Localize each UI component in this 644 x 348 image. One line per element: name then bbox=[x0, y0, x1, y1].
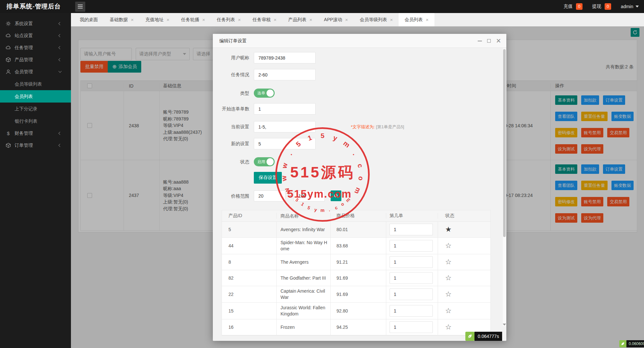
product-status-cell: ☆ bbox=[438, 303, 491, 319]
order-number-input[interactable] bbox=[390, 305, 433, 317]
order-number-input[interactable] bbox=[390, 288, 433, 300]
sidebar-subitem-上下分记录[interactable]: 上下分记录 bbox=[0, 103, 71, 115]
scrollbar-down-arrow[interactable] bbox=[503, 324, 506, 326]
price-max-input[interactable] bbox=[294, 190, 325, 202]
price-min-input[interactable] bbox=[254, 190, 285, 202]
star-outline-icon[interactable]: ☆ bbox=[445, 307, 452, 315]
render-time-badge[interactable]: 0.064777s bbox=[465, 332, 502, 341]
render-time-text-2: 0.060600 bbox=[626, 340, 644, 347]
username: admin bbox=[621, 4, 633, 9]
order-number-input[interactable] bbox=[390, 240, 433, 252]
save-settings-button[interactable]: 保存设置 bbox=[254, 172, 282, 184]
sidebar-item-任务管理[interactable]: 任务管理 bbox=[0, 42, 71, 54]
sidebar-subitem-会员列表[interactable]: 会员列表 bbox=[0, 90, 71, 103]
tab-label: 基础数据 bbox=[110, 17, 128, 23]
price-range-label: 价格范围 bbox=[213, 193, 249, 199]
order-number-input[interactable] bbox=[390, 256, 433, 268]
product-id: 22 bbox=[222, 286, 277, 302]
tab-close-icon[interactable]: × bbox=[167, 17, 170, 22]
nickname-input[interactable] bbox=[254, 52, 316, 63]
product-row: 82The Godfather: Part III91.69☆ bbox=[222, 270, 490, 286]
tab-close-icon[interactable]: × bbox=[274, 17, 277, 22]
minimize-icon[interactable] bbox=[478, 41, 482, 41]
render-time-badge-2[interactable]: 0.060600 bbox=[619, 340, 644, 347]
sidebar-subitem-会员等级列表[interactable]: 会员等级列表 bbox=[0, 78, 71, 90]
product-name: The Godfather: Part III bbox=[277, 270, 331, 286]
start-count-input[interactable] bbox=[254, 103, 316, 115]
close-icon[interactable]: ✕ bbox=[496, 38, 501, 44]
sidebar-item-订单管理[interactable]: 订单管理 bbox=[0, 139, 71, 151]
tab-close-icon[interactable]: × bbox=[309, 17, 312, 22]
product-header-第几单: 第几单 bbox=[386, 213, 438, 219]
order-number-input[interactable] bbox=[390, 321, 433, 333]
sidebar-item-产品管理[interactable]: 产品管理 bbox=[0, 54, 71, 66]
product-price: 94.25 bbox=[331, 319, 386, 335]
tab-close-icon[interactable]: × bbox=[390, 17, 393, 22]
product-id: 82 bbox=[222, 270, 277, 286]
order-number-input[interactable] bbox=[390, 272, 433, 284]
star-outline-icon[interactable]: ☆ bbox=[445, 242, 452, 250]
tab-label: 产品列表 bbox=[288, 17, 307, 23]
tab-基础数据[interactable]: 基础数据× bbox=[104, 13, 140, 26]
product-id: 16 bbox=[222, 319, 277, 335]
star-outline-icon[interactable]: ☆ bbox=[445, 274, 452, 282]
tab-close-icon[interactable]: × bbox=[238, 17, 241, 22]
scrollbar-thumb[interactable] bbox=[503, 49, 506, 237]
tab-会员等级列表[interactable]: 会员等级列表× bbox=[354, 13, 399, 26]
tab-APP滚动[interactable]: APP滚动× bbox=[318, 13, 354, 26]
type-toggle-label: 连单 bbox=[257, 89, 265, 98]
cloud-icon bbox=[6, 45, 11, 50]
status-toggle[interactable]: 启用 bbox=[254, 157, 275, 166]
new-setting-input[interactable] bbox=[254, 138, 316, 149]
watermark-arc-letter: w bbox=[281, 162, 289, 169]
product-id: 44 bbox=[222, 238, 277, 254]
toggle-knob bbox=[267, 90, 274, 97]
product-header-商品名称: 商品名称 bbox=[277, 213, 331, 219]
tab-充值地址[interactable]: 充值地址× bbox=[140, 13, 175, 26]
tab-任务审核[interactable]: 任务审核× bbox=[247, 13, 282, 26]
tab-close-icon[interactable]: × bbox=[131, 17, 134, 22]
product-name: Jurassic World: Fallen Kingdom bbox=[277, 303, 331, 319]
tab-close-icon[interactable]: × bbox=[202, 17, 205, 22]
star-filled-icon[interactable]: ★ bbox=[445, 225, 452, 234]
tab-会员列表[interactable]: 会员列表× bbox=[399, 13, 434, 26]
star-outline-icon[interactable]: ☆ bbox=[445, 258, 452, 266]
sidebar-item-系统设置[interactable]: 系统设置 bbox=[0, 18, 71, 30]
watermark-arc-letter: 5 bbox=[321, 132, 324, 140]
product-order-cell bbox=[386, 270, 438, 286]
sidebar-item-会员管理[interactable]: 会员管理 bbox=[0, 66, 71, 78]
start-count-label: 开始连单单数 bbox=[213, 106, 249, 112]
tab-产品列表[interactable]: 产品列表× bbox=[282, 13, 318, 26]
modal-scrollbar[interactable] bbox=[503, 49, 506, 326]
tab-close-icon[interactable]: × bbox=[426, 17, 429, 22]
order-number-input[interactable] bbox=[390, 224, 433, 235]
product-order-cell bbox=[386, 254, 438, 270]
product-price: 91.21 bbox=[331, 254, 386, 270]
tab-任务列表[interactable]: 任务列表× bbox=[211, 13, 247, 26]
task-input[interactable] bbox=[254, 69, 316, 80]
sidebar-subitem-银行卡列表[interactable]: 银行卡列表 bbox=[0, 115, 71, 127]
withdraw-menu[interactable]: 提现 0 bbox=[592, 3, 611, 10]
star-outline-icon[interactable]: ☆ bbox=[445, 323, 452, 331]
type-toggle[interactable]: 连单 bbox=[254, 89, 275, 98]
user-menu[interactable]: admin bbox=[621, 4, 639, 9]
topbar-right: 充值 0 提现 0 admin bbox=[564, 0, 639, 13]
maximize-icon[interactable] bbox=[487, 39, 491, 43]
sidebar-item-站点设置[interactable]: 站点设置 bbox=[0, 30, 71, 42]
tab-任务轮播[interactable]: 任务轮播× bbox=[175, 13, 211, 26]
tab-label: 任务审核 bbox=[253, 17, 271, 23]
tab-我的桌面[interactable]: 我的桌面 bbox=[71, 13, 104, 26]
current-setting-input[interactable] bbox=[254, 121, 316, 132]
recharge-menu[interactable]: 充值 0 bbox=[564, 3, 582, 10]
star-outline-icon[interactable]: ☆ bbox=[445, 290, 452, 299]
modal-header[interactable]: 编辑订单设置 ✕ bbox=[213, 34, 506, 48]
setting-hint: *文字描述为: [第1单是产品5] bbox=[351, 124, 404, 130]
watermark-bottom-arc-letter: c bbox=[334, 205, 338, 211]
price-search-button[interactable] bbox=[331, 190, 341, 201]
product-row: 8The Avengers91.21☆ bbox=[222, 254, 490, 270]
sidebar-item-财务管理[interactable]: $财务管理 bbox=[0, 127, 71, 139]
tab-close-icon[interactable]: × bbox=[345, 17, 348, 22]
sidebar-item-label: 产品管理 bbox=[15, 57, 33, 62]
hamburger-menu-icon[interactable] bbox=[75, 2, 85, 12]
toggle-knob bbox=[267, 158, 274, 165]
